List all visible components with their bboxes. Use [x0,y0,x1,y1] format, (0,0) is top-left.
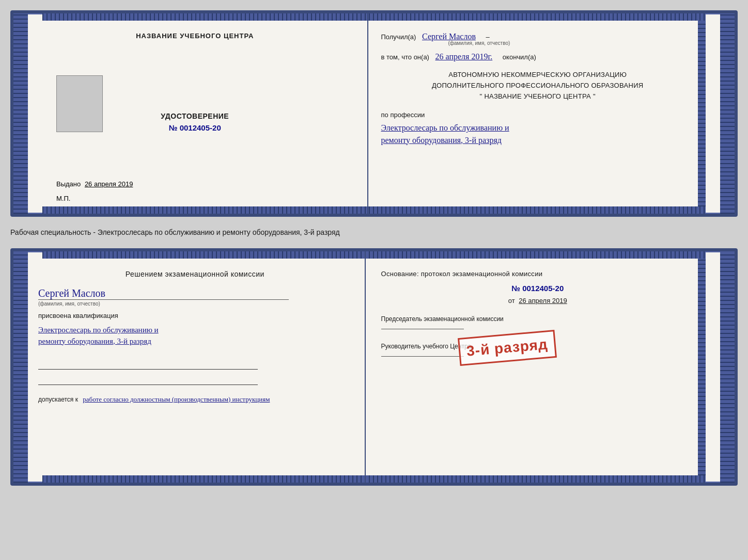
sig-line-1 [38,358,258,370]
issued-date: 26 апреля 2019 [85,180,133,188]
separator-text: Рабочая специальность - Электрослесарь п… [10,225,738,240]
profession-line2: ремонту оборудования, 3-й разряд [381,133,695,147]
bottom-left-panel: Решением экзаменационной комиссии Сергей… [28,251,366,483]
org-block: АВТОНОМНУЮ НЕКОММЕРЧЕСКУЮ ОРГАНИЗАЦИЮ ДО… [381,70,695,102]
org-line1: АВТОНОМНУЮ НЕКОММЕРЧЕСКУЮ ОРГАНИЗАЦИЮ [381,70,695,81]
protocol-date: от 26 апреля 2019 [381,297,695,305]
date-line-top: в том, что он(а) 26 апреля 2019г. окончи… [381,52,695,61]
date-prefix: в том, что он(а) [381,53,429,61]
allowed-line: допускается к работе согласно должностны… [38,394,352,405]
cert-left-panel: НАЗВАНИЕ УЧЕБНОГО ЦЕНТРА УДОСТОВЕРЕНИЕ №… [28,13,368,214]
spine-right [720,13,735,214]
cert-right-panel: Получил(а) Сергей Маслов – (фамилия, имя… [368,13,721,214]
chairman-label: Председатель экзаменационной комиссии [381,315,695,324]
stamp: 3-й разряд [458,330,557,366]
person-name-bottom: Сергей Маслов [38,287,352,299]
mp-label: М.П. [56,195,70,202]
chairman-sig [381,329,695,329]
school-name-top: НАЗВАНИЕ УЧЕБНОГО ЦЕНТРА [38,32,352,40]
received-name: Сергей Маслов [422,32,476,41]
chairman-sig-line [381,329,464,329]
top-certificate: НАЗВАНИЕ УЧЕБНОГО ЦЕНТРА УДОСТОВЕРЕНИЕ №… [10,10,738,217]
page-wrapper: НАЗВАНИЕ УЧЕБНОГО ЦЕНТРА УДОСТОВЕРЕНИЕ №… [10,10,738,486]
signature-lines [38,358,352,385]
chairman-block: Председатель экзаменационной комиссии [381,315,695,329]
decision-title: Решением экзаменационной комиссии [38,270,352,278]
date-value-top: 26 апреля 2019г. [435,52,493,61]
org-line2: ДОПОЛНИТЕЛЬНОГО ПРОФЕССИОНАЛЬНОГО ОБРАЗО… [381,81,695,91]
person-name-block: Сергей Маслов (фамилия, имя, отчество) [38,287,352,307]
allowed-value: работе согласно должностным (производств… [83,395,270,403]
basis-title: Основание: протокол экзаменационной коми… [381,270,695,278]
bottom-spine-left [13,251,28,483]
date-suffix: окончил(а) [503,53,536,61]
bottom-right-panel: Основание: протокол экзаменационной коми… [366,251,721,483]
protocol-number: № 0012405-20 [381,284,695,293]
protocol-date-prefix: от [508,297,515,305]
assigned-label: присвоена квалификация [38,312,352,319]
photo-placeholder [56,75,103,132]
qual-line2: ремонту оборудования, 3-й разряд [38,335,352,348]
org-line3: " НАЗВАНИЕ УЧЕБНОГО ЦЕНТРА " [381,91,695,102]
bottom-certificate: Решением экзаменационной комиссии Сергей… [10,248,738,486]
bottom-spine-right [720,251,735,483]
fio-label-bottom: (фамилия, имя, отчество) [38,301,352,307]
received-prefix: Получил(а) [381,33,416,41]
allowed-prefix: допускается к [38,396,78,403]
spine-left [13,13,28,214]
head-sig-line [381,356,464,357]
issued-label: Выдано [56,180,81,188]
protocol-date-value: 26 апреля 2019 [519,297,567,305]
fio-label-top: (фамилия, имя, отчество) [448,40,695,46]
profession-label: по профессии [381,111,695,119]
sig-line-2 [38,374,258,385]
received-line: Получил(а) Сергей Маслов – (фамилия, имя… [381,32,695,46]
